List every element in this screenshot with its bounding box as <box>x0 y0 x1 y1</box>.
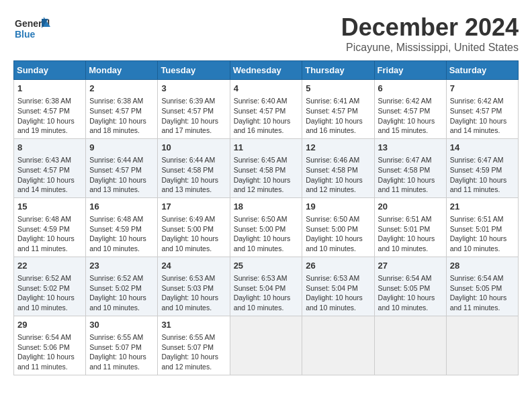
calendar-week-row: 8Sunrise: 6:43 AM Sunset: 4:57 PM Daylig… <box>14 138 519 197</box>
table-row: 5Sunrise: 6:41 AM Sunset: 4:57 PM Daylig… <box>302 80 374 139</box>
table-row: 10Sunrise: 6:44 AM Sunset: 4:58 PM Dayli… <box>158 138 230 197</box>
calendar-week-row: 15Sunrise: 6:48 AM Sunset: 4:59 PM Dayli… <box>14 197 519 257</box>
table-row: 27Sunrise: 6:54 AM Sunset: 5:05 PM Dayli… <box>374 257 446 316</box>
table-row: 26Sunrise: 6:53 AM Sunset: 5:04 PM Dayli… <box>302 257 374 316</box>
day-info: Sunrise: 6:44 AM Sunset: 4:57 PM Dayligh… <box>89 155 154 195</box>
table-row: 4Sunrise: 6:40 AM Sunset: 4:57 PM Daylig… <box>230 80 302 139</box>
day-info: Sunrise: 6:47 AM Sunset: 4:59 PM Dayligh… <box>450 155 515 195</box>
day-info: Sunrise: 6:38 AM Sunset: 4:57 PM Dayligh… <box>17 96 82 136</box>
table-row: 25Sunrise: 6:53 AM Sunset: 5:04 PM Dayli… <box>230 257 302 316</box>
svg-text:Blue: Blue <box>15 29 36 40</box>
day-info: Sunrise: 6:38 AM Sunset: 4:57 PM Dayligh… <box>89 96 154 136</box>
day-info: Sunrise: 6:47 AM Sunset: 4:58 PM Dayligh… <box>378 155 443 195</box>
day-number: 22 <box>17 260 82 272</box>
day-number: 28 <box>450 260 515 272</box>
table-row: 1Sunrise: 6:38 AM Sunset: 4:57 PM Daylig… <box>14 80 86 139</box>
table-row: 12Sunrise: 6:46 AM Sunset: 4:58 PM Dayli… <box>302 138 374 197</box>
day-info: Sunrise: 6:55 AM Sunset: 5:07 PM Dayligh… <box>89 332 154 372</box>
day-number: 15 <box>17 201 82 213</box>
day-number: 3 <box>161 83 226 95</box>
table-row: 15Sunrise: 6:48 AM Sunset: 4:59 PM Dayli… <box>14 197 86 257</box>
day-number: 4 <box>234 83 299 95</box>
table-row: 6Sunrise: 6:42 AM Sunset: 4:57 PM Daylig… <box>374 80 446 139</box>
day-info: Sunrise: 6:40 AM Sunset: 4:57 PM Dayligh… <box>234 96 299 136</box>
table-row <box>374 316 446 375</box>
table-row <box>302 316 374 375</box>
day-info: Sunrise: 6:39 AM Sunset: 4:57 PM Dayligh… <box>161 96 226 136</box>
day-info: Sunrise: 6:42 AM Sunset: 4:57 PM Dayligh… <box>450 96 515 136</box>
calendar-week-row: 1Sunrise: 6:38 AM Sunset: 4:57 PM Daylig… <box>14 80 519 139</box>
day-number: 13 <box>378 142 443 154</box>
table-row: 19Sunrise: 6:50 AM Sunset: 5:00 PM Dayli… <box>302 197 374 257</box>
table-row: 20Sunrise: 6:51 AM Sunset: 5:01 PM Dayli… <box>374 197 446 257</box>
table-row <box>446 316 518 375</box>
col-sunday: Sunday <box>14 61 86 80</box>
day-number: 31 <box>161 319 226 331</box>
calendar-header-row: Sunday Monday Tuesday Wednesday Thursday… <box>14 61 519 80</box>
day-info: Sunrise: 6:51 AM Sunset: 5:01 PM Dayligh… <box>450 214 515 254</box>
day-info: Sunrise: 6:44 AM Sunset: 4:58 PM Dayligh… <box>161 155 226 195</box>
day-number: 30 <box>89 319 154 331</box>
table-row: 8Sunrise: 6:43 AM Sunset: 4:57 PM Daylig… <box>14 138 86 197</box>
day-number: 18 <box>234 201 299 213</box>
day-info: Sunrise: 6:48 AM Sunset: 4:59 PM Dayligh… <box>17 214 82 254</box>
page-title: December 2024 <box>341 13 519 42</box>
table-row: 28Sunrise: 6:54 AM Sunset: 5:05 PM Dayli… <box>446 257 518 316</box>
logo-icon: General Blue <box>13 13 47 40</box>
col-thursday: Thursday <box>302 61 374 80</box>
title-block: December 2024 Picayune, Mississippi, Uni… <box>341 13 519 54</box>
page-subtitle: Picayune, Mississippi, United States <box>341 42 519 54</box>
day-number: 7 <box>450 83 515 95</box>
table-row: 11Sunrise: 6:45 AM Sunset: 4:58 PM Dayli… <box>230 138 302 197</box>
table-row <box>230 316 302 375</box>
table-row: 21Sunrise: 6:51 AM Sunset: 5:01 PM Dayli… <box>446 197 518 257</box>
table-row: 13Sunrise: 6:47 AM Sunset: 4:58 PM Dayli… <box>374 138 446 197</box>
table-row: 14Sunrise: 6:47 AM Sunset: 4:59 PM Dayli… <box>446 138 518 197</box>
table-row: 24Sunrise: 6:53 AM Sunset: 5:03 PM Dayli… <box>158 257 230 316</box>
table-row: 7Sunrise: 6:42 AM Sunset: 4:57 PM Daylig… <box>446 80 518 139</box>
day-number: 17 <box>161 201 226 213</box>
day-number: 26 <box>306 260 370 272</box>
day-number: 24 <box>161 260 226 272</box>
day-number: 16 <box>89 201 154 213</box>
day-number: 19 <box>306 201 370 213</box>
table-row: 22Sunrise: 6:52 AM Sunset: 5:02 PM Dayli… <box>14 257 86 316</box>
day-info: Sunrise: 6:53 AM Sunset: 5:04 PM Dayligh… <box>234 273 299 313</box>
table-row: 3Sunrise: 6:39 AM Sunset: 4:57 PM Daylig… <box>158 80 230 139</box>
day-info: Sunrise: 6:54 AM Sunset: 5:06 PM Dayligh… <box>17 332 82 372</box>
day-number: 14 <box>450 142 515 154</box>
table-row: 18Sunrise: 6:50 AM Sunset: 5:00 PM Dayli… <box>230 197 302 257</box>
page-header: General Blue December 2024 Picayune, Mis… <box>13 13 519 54</box>
table-row: 2Sunrise: 6:38 AM Sunset: 4:57 PM Daylig… <box>86 80 158 139</box>
table-row: 17Sunrise: 6:49 AM Sunset: 5:00 PM Dayli… <box>158 197 230 257</box>
day-info: Sunrise: 6:54 AM Sunset: 5:05 PM Dayligh… <box>450 273 515 313</box>
calendar-table: Sunday Monday Tuesday Wednesday Thursday… <box>13 60 519 375</box>
day-number: 1 <box>17 83 82 95</box>
day-number: 20 <box>378 201 443 213</box>
day-number: 21 <box>450 201 515 213</box>
day-info: Sunrise: 6:53 AM Sunset: 5:03 PM Dayligh… <box>161 273 226 313</box>
col-friday: Friday <box>374 61 446 80</box>
day-number: 25 <box>234 260 299 272</box>
col-monday: Monday <box>86 61 158 80</box>
table-row: 23Sunrise: 6:52 AM Sunset: 5:02 PM Dayli… <box>86 257 158 316</box>
table-row: 9Sunrise: 6:44 AM Sunset: 4:57 PM Daylig… <box>86 138 158 197</box>
day-info: Sunrise: 6:45 AM Sunset: 4:58 PM Dayligh… <box>234 155 299 195</box>
day-info: Sunrise: 6:53 AM Sunset: 5:04 PM Dayligh… <box>306 273 370 313</box>
day-number: 29 <box>17 319 82 331</box>
table-row: 29Sunrise: 6:54 AM Sunset: 5:06 PM Dayli… <box>14 316 86 375</box>
day-number: 9 <box>89 142 154 154</box>
day-number: 23 <box>89 260 154 272</box>
col-tuesday: Tuesday <box>158 61 230 80</box>
calendar-week-row: 29Sunrise: 6:54 AM Sunset: 5:06 PM Dayli… <box>14 316 519 375</box>
day-info: Sunrise: 6:52 AM Sunset: 5:02 PM Dayligh… <box>89 273 154 313</box>
day-number: 5 <box>306 83 370 95</box>
day-info: Sunrise: 6:43 AM Sunset: 4:57 PM Dayligh… <box>17 155 82 195</box>
day-number: 8 <box>17 142 82 154</box>
table-row: 30Sunrise: 6:55 AM Sunset: 5:07 PM Dayli… <box>86 316 158 375</box>
day-number: 12 <box>306 142 370 154</box>
day-info: Sunrise: 6:52 AM Sunset: 5:02 PM Dayligh… <box>17 273 82 313</box>
day-info: Sunrise: 6:50 AM Sunset: 5:00 PM Dayligh… <box>306 214 370 254</box>
col-saturday: Saturday <box>446 61 518 80</box>
day-info: Sunrise: 6:46 AM Sunset: 4:58 PM Dayligh… <box>306 155 370 195</box>
